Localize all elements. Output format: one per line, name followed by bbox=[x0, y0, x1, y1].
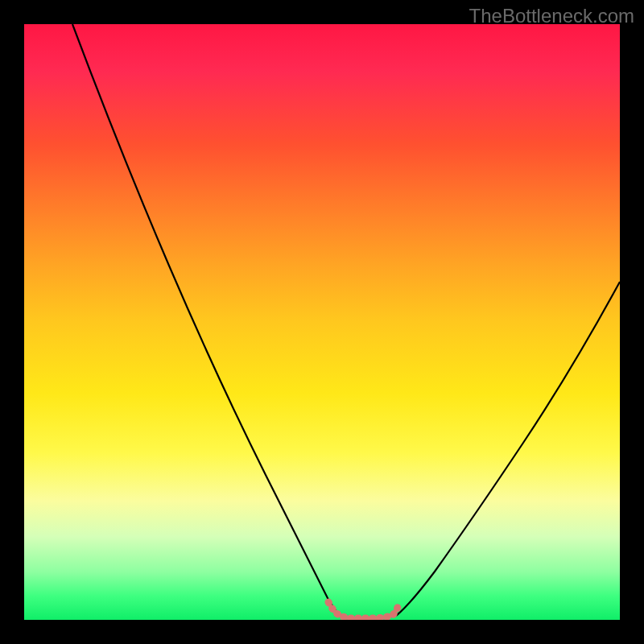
left-curve-line bbox=[72, 24, 340, 616]
plateau-marker bbox=[328, 602, 399, 618]
watermark-text: TheBottleneck.com bbox=[469, 5, 634, 27]
plot-area bbox=[24, 24, 620, 620]
bottleneck-curve-svg bbox=[24, 24, 620, 620]
right-curve-line bbox=[396, 282, 620, 616]
